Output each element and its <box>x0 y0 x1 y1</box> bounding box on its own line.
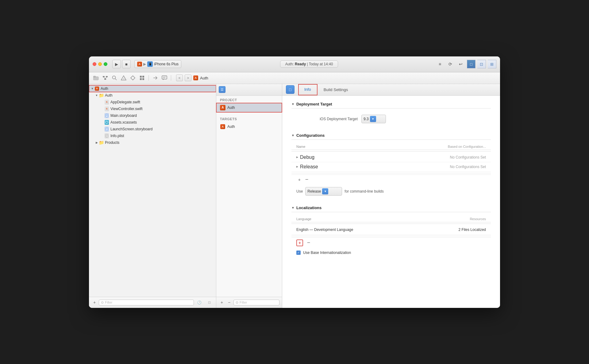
panel-add-button[interactable]: + <box>219 299 225 305</box>
svg-rect-14 <box>140 78 142 80</box>
panel-filter[interactable]: ⊙ Filter <box>233 300 279 305</box>
svg-line-8 <box>115 79 117 80</box>
svg-rect-1 <box>93 76 96 77</box>
panel-filter-label: Filter <box>240 301 247 304</box>
layout-btn-3[interactable]: ⊞ <box>488 60 496 68</box>
file-item-main-storyboard[interactable]: Main.storyboard <box>89 112 216 119</box>
loc-minus-button[interactable]: − <box>306 240 312 246</box>
root-project-icon: A <box>94 86 99 91</box>
search-toolbar-icon[interactable] <box>110 74 118 82</box>
navigator-filter-icon[interactable]: ⊡ <box>205 298 214 307</box>
arrow-toolbar-icon[interactable] <box>151 74 159 82</box>
ios-version-select[interactable]: 9.3 ▼ <box>361 115 386 123</box>
file-item-viewcontroller[interactable]: S ViewController.swift <box>89 105 216 112</box>
close-button[interactable] <box>93 62 96 66</box>
tab-info[interactable]: Info <box>298 84 318 95</box>
file-icon-main-storyboard <box>104 113 109 118</box>
tab-build-settings-label: Build Settings <box>324 87 348 92</box>
config-row-release[interactable]: ▶ Release No Configurations Set <box>291 162 491 172</box>
folder-toolbar-icon[interactable] <box>92 74 100 82</box>
main-toolbar: ! <box>89 72 500 84</box>
navigator-filter[interactable]: ⊙ Filter <box>99 300 194 305</box>
localizations-disclosure[interactable]: ▼ <box>291 206 294 209</box>
disclosure-root[interactable]: ▼ <box>90 86 94 91</box>
warning-toolbar-icon[interactable]: ! <box>120 74 128 82</box>
file-item-appdelegate[interactable]: S AppDelegate.swift <box>89 99 216 105</box>
file-icon-viewcontroller: S <box>104 106 109 111</box>
configurations-section: ▼ Configurations Name Based on Configura… <box>291 133 491 198</box>
forward-nav-button[interactable]: > <box>185 75 191 81</box>
breadcrumb-project-name: Auth <box>200 76 208 80</box>
config-minus-button[interactable]: − <box>304 177 310 183</box>
file-item-info-plist[interactable]: Info.plist <box>89 132 216 139</box>
maximize-button[interactable] <box>104 62 107 66</box>
file-item-assets[interactable]: Assets.xcassets <box>89 119 216 126</box>
configurations-disclosure[interactable]: ▼ <box>291 134 294 137</box>
deployment-section: ▼ Deployment Target iOS Deployment Targe… <box>291 102 491 126</box>
release-based: No Configurations Set <box>450 165 486 169</box>
file-item-root-auth[interactable]: ▼ A Auth <box>89 85 216 92</box>
project-item-icon: A <box>220 105 225 110</box>
status-bar: Auth: Ready | Today at 14:40 <box>185 60 433 68</box>
deployment-title: Deployment Target <box>296 102 332 106</box>
stop-button[interactable]: ■ <box>122 60 131 68</box>
panel-minus-button[interactable]: − <box>226 299 232 305</box>
file-item-launchscreen[interactable]: LaunchScreen.storyboard <box>89 126 216 132</box>
file-item-products[interactable]: ▶ 📁 Products <box>89 139 216 146</box>
file-icon-assets <box>104 120 109 125</box>
loc-add-button[interactable]: + <box>296 239 303 246</box>
status-pill: Auth: Ready | Today at 14:40 <box>280 60 338 68</box>
play-button[interactable]: ▶ <box>112 60 121 68</box>
code-icon-btn[interactable]: ≡ <box>436 60 444 68</box>
configurations-title: Configurations <box>296 133 325 138</box>
main-window: ▶ ■ A ▶ 📱 iPhone 6s Plus Auth: Ready | T… <box>89 56 500 308</box>
project-panel: ☰ PROJECT A Auth TARGETS A Au <box>216 84 282 308</box>
use-value-select[interactable]: Release ▼ <box>305 187 342 196</box>
config-add-button[interactable]: + <box>296 177 302 183</box>
refresh-icon-btn[interactable]: ⟳ <box>446 60 455 68</box>
release-label: Release <box>300 164 318 170</box>
svg-rect-21 <box>106 114 108 117</box>
back-nav-button[interactable]: < <box>176 75 183 81</box>
editor-mode-buttons: ☰ <box>219 86 225 93</box>
back-icon-btn[interactable]: ↩ <box>456 60 465 68</box>
editor-toggle-icon[interactable]: □ <box>286 85 294 94</box>
status-bold: Ready <box>295 62 306 66</box>
localizations-title: Localizations <box>296 205 321 210</box>
scheme-icon: A <box>137 62 142 67</box>
tab-build-settings[interactable]: Build Settings <box>318 84 355 95</box>
base-internationalization-checkbox[interactable]: ✓ <box>296 251 301 255</box>
project-item-auth[interactable]: A Auth <box>216 103 282 112</box>
titlebar-controls: ▶ ■ <box>112 60 131 68</box>
hierarchy-toolbar-icon[interactable] <box>101 74 109 82</box>
scheme-selector[interactable]: A ▶ 📱 iPhone 6s Plus <box>134 60 181 68</box>
speech-toolbar-icon[interactable] <box>160 74 168 82</box>
deployment-disclosure[interactable]: ▼ <box>291 102 294 106</box>
svg-rect-12 <box>140 76 142 78</box>
layout-btn-1[interactable]: □ <box>467 60 475 68</box>
disclosure-auth-folder[interactable]: ▼ <box>94 93 99 98</box>
editor-panel: □ Info Build Settings ▼ Deployment Targe… <box>282 84 500 308</box>
config-row-debug[interactable]: ▶ Debug No Configurations Set <box>291 153 491 162</box>
navigator-clock-icon[interactable]: 🕐 <box>195 298 204 307</box>
diamond-toolbar-icon[interactable] <box>129 74 137 82</box>
layout-btn-2[interactable]: ⊡ <box>477 60 486 68</box>
root-item-label: Auth <box>101 86 214 91</box>
svg-rect-13 <box>142 76 144 78</box>
grid-toolbar-icon[interactable] <box>138 74 146 82</box>
target-item-label: Auth <box>227 125 235 129</box>
target-item-auth[interactable]: A Auth <box>216 122 282 131</box>
debug-disclosure[interactable]: ▶ <box>296 156 298 159</box>
minimize-button[interactable] <box>98 62 102 66</box>
config-table-header: Name Based on Configuration... <box>291 144 491 150</box>
navigator-add-button[interactable]: + <box>91 299 98 305</box>
svg-point-24 <box>106 121 108 124</box>
disclosure-products[interactable]: ▶ <box>94 140 99 145</box>
folder-icon-auth: 📁 <box>99 93 104 98</box>
release-disclosure[interactable]: ▶ <box>296 165 298 168</box>
editor-mode-list[interactable]: ☰ <box>219 86 225 93</box>
viewcontroller-label: ViewController.swift <box>110 107 214 111</box>
use-value: Release <box>307 189 321 193</box>
file-item-auth-folder[interactable]: ▼ 📁 Auth <box>89 92 216 99</box>
targets-section-label: TARGETS <box>216 115 282 122</box>
